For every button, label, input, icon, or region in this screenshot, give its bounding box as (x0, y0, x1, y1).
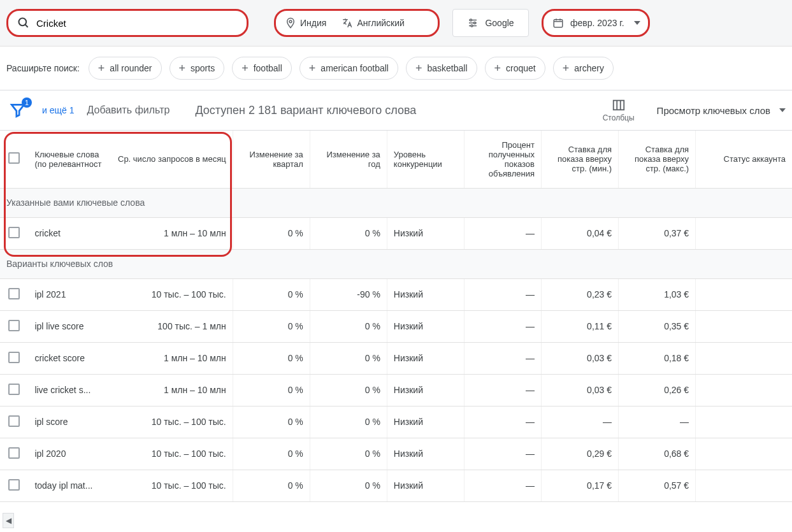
cell-volume: 10 тыс. – 100 тыс. (111, 406, 233, 438)
header-bid-low[interactable]: Ставка для показа вверху стр. (мин.) (541, 131, 618, 188)
filter-funnel-button[interactable]: 1 (6, 99, 29, 122)
row-checkbox[interactable] (8, 352, 20, 363)
plus-icon: + (241, 62, 248, 74)
cell-change-quarter: 0 % (233, 278, 310, 310)
cell-competition: Низкий (387, 310, 464, 342)
cell-status (696, 278, 792, 310)
plus-icon: + (494, 62, 501, 74)
chip-label: archery (574, 63, 604, 73)
header-impression-share[interactable]: Процент полученных показов объявления (464, 131, 541, 188)
cell-status (696, 406, 792, 438)
svg-point-0 (19, 18, 27, 26)
row-checkbox[interactable] (8, 479, 20, 491)
keyword-table: Ключевые слова (по релевантност Ср. числ… (0, 131, 792, 502)
cell-volume: 1 млн – 10 млн (111, 217, 233, 249)
columns-button[interactable]: Столбцы (593, 98, 644, 122)
header-volume[interactable]: Ср. число запросов в месяц (111, 131, 233, 188)
cell-impression: — (464, 374, 541, 406)
cell-keyword[interactable]: ipl 2020 (28, 438, 110, 470)
plus-icon: + (98, 62, 105, 74)
view-label: Просмотр ключевых слов (657, 105, 770, 116)
cell-competition: Низкий (387, 342, 464, 374)
cell-bid-low: 0,04 € (541, 217, 618, 249)
more-filters-link[interactable]: и ещё 1 (42, 105, 74, 115)
chevron-down-icon (634, 21, 640, 25)
location-value: Индия (300, 18, 326, 28)
cell-keyword[interactable]: cricket score (28, 342, 110, 374)
header-change-quarter[interactable]: Изменение за квартал (233, 131, 310, 188)
cell-status (696, 310, 792, 342)
select-all-checkbox[interactable] (8, 152, 20, 164)
cell-impression: — (464, 406, 541, 438)
chip-label: sports (191, 63, 215, 73)
cell-volume: 100 тыс. – 1 млн (111, 310, 233, 342)
add-filter-button[interactable]: Добавить фильтр (87, 104, 169, 116)
date-range-selector[interactable]: февр. 2023 г. (542, 9, 650, 37)
calendar-icon (552, 17, 564, 29)
table-row: ipl 202110 тыс. – 100 тыс.0 %-90 %Низкий… (0, 278, 792, 310)
cell-change-year: 0 % (310, 406, 387, 438)
cell-bid-high: 0,35 € (619, 310, 696, 342)
view-dropdown[interactable]: Просмотр ключевых слов (657, 105, 786, 116)
cell-keyword[interactable]: cricket (28, 217, 110, 249)
location-icon (285, 17, 296, 29)
cell-bid-low: 0,11 € (541, 310, 618, 342)
cell-competition: Низкий (387, 406, 464, 438)
header-keyword[interactable]: Ключевые слова (по релевантност (28, 131, 110, 188)
cell-bid-low: 0,29 € (541, 438, 618, 470)
cell-change-quarter: 0 % (233, 310, 310, 342)
expand-chip[interactable]: +all rounder (89, 57, 162, 80)
row-checkbox[interactable] (8, 447, 20, 459)
cell-keyword[interactable]: ipl live score (28, 310, 110, 342)
cell-keyword[interactable]: live cricket s... (28, 374, 110, 406)
table-row: cricket score1 млн – 10 млн0 %0 %Низкий—… (0, 342, 792, 374)
search-input[interactable] (36, 18, 238, 29)
search-engine-selector[interactable]: Google (452, 9, 529, 37)
table-row: ipl 202010 тыс. – 100 тыс.0 %0 %Низкий—0… (0, 438, 792, 470)
table-row: ipl live score100 тыс. – 1 млн0 %0 %Низк… (0, 310, 792, 342)
cell-competition: Низкий (387, 374, 464, 406)
row-checkbox[interactable] (8, 320, 20, 331)
cell-change-year: 0 % (310, 470, 387, 501)
row-checkbox[interactable] (8, 227, 20, 238)
cell-competition: Низкий (387, 470, 464, 501)
cell-change-quarter: 0 % (233, 342, 310, 374)
cell-bid-low: 0,17 € (541, 470, 618, 501)
plus-icon: + (563, 62, 570, 74)
results-title: Доступен 2 181 вариант ключевого слова (195, 104, 580, 117)
table-header-row: Ключевые слова (по релевантност Ср. числ… (0, 131, 792, 188)
expand-chip[interactable]: +croquet (485, 57, 545, 80)
cell-impression: — (464, 470, 541, 501)
cell-bid-high: 0,57 € (619, 470, 696, 501)
cell-keyword[interactable]: today ipl mat... (28, 470, 110, 501)
expand-chip[interactable]: +sports (169, 57, 225, 80)
table-row: today ipl mat...10 тыс. – 100 тыс.0 %0 %… (0, 470, 792, 501)
location-language-selector[interactable]: Индия Английский (274, 9, 440, 37)
expand-chip[interactable]: +archery (553, 57, 614, 80)
section-label: Варианты ключевых слов (0, 249, 792, 278)
chip-label: basketball (427, 63, 467, 73)
cell-change-year: 0 % (310, 374, 387, 406)
expand-chip[interactable]: +basketball (406, 57, 477, 80)
table-section-header: Указанные вами ключевые слова (0, 188, 792, 217)
cell-bid-high: 0,68 € (619, 438, 696, 470)
section-label: Указанные вами ключевые слова (0, 188, 792, 217)
search-input-container[interactable] (6, 9, 248, 37)
cell-keyword[interactable]: ipl 2021 (28, 278, 110, 310)
cell-bid-low: — (541, 406, 618, 438)
expand-chip[interactable]: +football (232, 57, 292, 80)
header-status[interactable]: Статус аккаунта (696, 131, 792, 188)
expand-chip[interactable]: +american football (299, 57, 398, 80)
cell-volume: 10 тыс. – 100 тыс. (111, 470, 233, 501)
row-checkbox[interactable] (8, 384, 20, 395)
cell-keyword[interactable]: ipl score (28, 406, 110, 438)
cell-impression: — (464, 342, 541, 374)
header-bid-high[interactable]: Ставка для показа вверху стр. (макс.) (619, 131, 696, 188)
expand-label: Расширьте поиск: (6, 63, 80, 73)
row-checkbox[interactable] (8, 415, 20, 427)
header-change-year[interactable]: Изменение за год (310, 131, 387, 188)
header-competition[interactable]: Уровень конкуренции (387, 131, 464, 188)
row-checkbox[interactable] (8, 288, 20, 299)
cell-status (696, 438, 792, 470)
table-row: ipl score10 тыс. – 100 тыс.0 %0 %Низкий—… (0, 406, 792, 438)
